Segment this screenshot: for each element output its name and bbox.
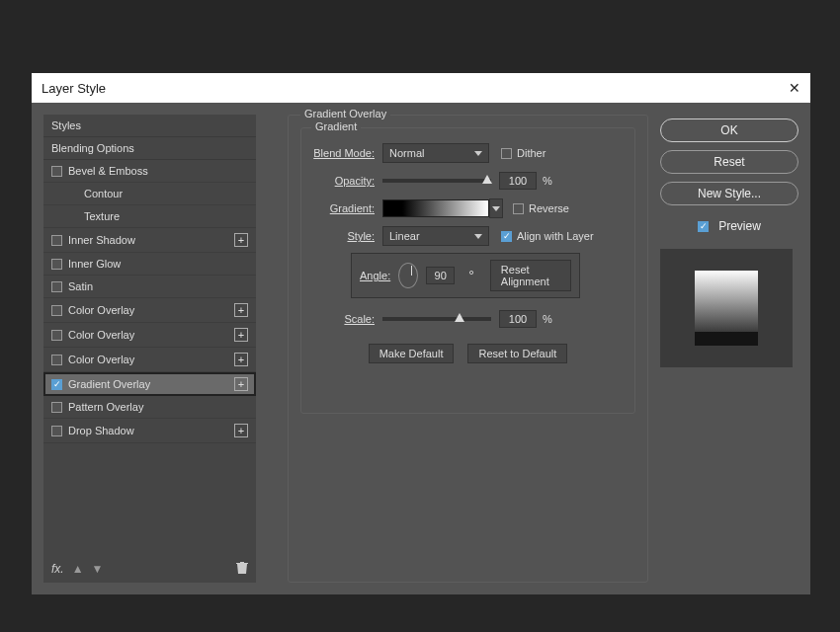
reset-button[interactable]: Reset <box>660 150 798 174</box>
style-item-color-overlay[interactable]: Color Overlay+ <box>43 298 256 323</box>
opacity-label: Opacity: <box>311 175 375 187</box>
group-title: Gradient Overlay <box>300 108 390 119</box>
style-item-label: Inner Shadow <box>68 234 135 246</box>
preview-box <box>660 249 793 367</box>
new-style-button[interactable]: New Style... <box>660 182 798 205</box>
style-item-drop-shadow[interactable]: Drop Shadow+ <box>43 419 256 443</box>
scale-row: Scale: 100 % <box>311 308 625 330</box>
actions-panel: OK Reset New Style... Preview <box>660 115 798 583</box>
align-label: Align with Layer <box>517 230 594 242</box>
style-checkbox[interactable] <box>51 355 62 365</box>
preview-checkbox[interactable] <box>698 221 709 232</box>
opacity-slider[interactable] <box>382 179 491 183</box>
add-effect-icon[interactable]: + <box>234 303 248 317</box>
style-checkbox[interactable] <box>51 235 62 246</box>
trash-icon[interactable] <box>236 561 248 578</box>
styles-list: Styles Blending Options Bevel & EmbossCo… <box>43 115 256 555</box>
style-item-label: Inner Glow <box>68 258 121 270</box>
inner-title: Gradient <box>311 120 361 132</box>
preview-label: Preview <box>718 219 761 233</box>
style-checkbox[interactable] <box>51 259 62 270</box>
style-item-gradient-overlay[interactable]: Gradient Overlay+ <box>43 372 256 396</box>
align-checkbox[interactable] <box>501 231 512 242</box>
style-checkbox[interactable] <box>51 281 62 292</box>
angle-unit: ° <box>468 268 474 283</box>
dither-checkbox[interactable] <box>501 148 512 159</box>
style-item-label: Color Overlay <box>68 304 134 316</box>
dither-label: Dither <box>517 147 546 159</box>
style-label: Style: <box>311 230 375 242</box>
make-default-button[interactable]: Make Default <box>369 344 455 363</box>
style-item-label: Gradient Overlay <box>68 378 150 390</box>
style-select[interactable]: Linear <box>382 226 489 246</box>
scale-value[interactable]: 100 <box>499 310 537 328</box>
style-checkbox[interactable] <box>51 305 62 316</box>
style-item-satin[interactable]: Satin <box>43 276 256 298</box>
style-item-label: Pattern Overlay <box>68 401 143 413</box>
style-item-label: Drop Shadow <box>68 425 134 436</box>
add-effect-icon[interactable]: + <box>234 328 248 342</box>
style-item-color-overlay[interactable]: Color Overlay+ <box>43 348 256 372</box>
gradient-dropdown-icon[interactable] <box>489 198 503 218</box>
add-effect-icon[interactable]: + <box>234 424 248 437</box>
style-item-texture[interactable]: Texture <box>43 205 256 228</box>
opacity-value[interactable]: 100 <box>499 172 537 190</box>
style-item-inner-glow[interactable]: Inner Glow <box>43 253 256 276</box>
add-effect-icon[interactable]: + <box>234 353 248 366</box>
reverse-label: Reverse <box>529 202 569 214</box>
fx-icon[interactable]: fx. <box>51 562 64 576</box>
gradient-label: Gradient: <box>311 202 375 214</box>
style-checkbox[interactable] <box>51 166 62 177</box>
add-effect-icon[interactable]: + <box>234 377 248 391</box>
style-item-label: Texture <box>84 210 120 222</box>
close-icon[interactable]: ✕ <box>789 80 800 96</box>
preview-swatch <box>695 271 758 346</box>
scale-unit: % <box>543 313 552 325</box>
style-item-label: Color Overlay <box>68 329 134 341</box>
settings-content: Blend Mode: Normal Dither Opacity: 100 % <box>301 128 634 373</box>
style-item-label: Satin <box>68 280 93 292</box>
reverse-checkbox[interactable] <box>513 203 524 214</box>
blend-mode-row: Blend Mode: Normal Dither <box>311 142 625 164</box>
blend-mode-label: Blend Mode: <box>311 147 375 159</box>
move-down-icon[interactable]: ▼ <box>92 562 104 576</box>
styles-panel: Styles Blending Options Bevel & EmbossCo… <box>43 115 256 583</box>
angle-value[interactable]: 90 <box>426 267 455 284</box>
angle-dial[interactable] <box>398 263 418 288</box>
reset-to-default-button[interactable]: Reset to Default <box>467 344 567 363</box>
gradient-group: Gradient Blend Mode: Normal Dither Opaci… <box>300 127 635 414</box>
style-item-bevel-emboss[interactable]: Bevel & Emboss <box>43 160 256 183</box>
style-item-label: Color Overlay <box>68 354 134 365</box>
opacity-unit: % <box>543 175 552 187</box>
settings-panel: Gradient Overlay Gradient Blend Mode: No… <box>268 115 648 583</box>
angle-label: Angle: <box>360 270 390 281</box>
add-effect-icon[interactable]: + <box>234 233 248 247</box>
style-item-contour[interactable]: Contour <box>43 183 256 205</box>
reset-alignment-button[interactable]: Reset Alignment <box>490 260 571 291</box>
angle-row: Angle: 90 ° Reset Alignment <box>351 253 580 298</box>
blending-options-header[interactable]: Blending Options <box>43 137 256 160</box>
layer-style-dialog: Layer Style ✕ Styles Blending Options Be… <box>32 73 810 594</box>
blend-mode-select[interactable]: Normal <box>382 143 489 163</box>
scale-label: Scale: <box>311 313 375 325</box>
styles-footer: fx. ▲ ▼ <box>43 555 256 583</box>
gradient-overlay-group: Gradient Overlay Gradient Blend Mode: No… <box>288 115 648 583</box>
style-row: Style: Linear Align with Layer <box>311 225 625 247</box>
style-checkbox[interactable] <box>51 426 62 436</box>
scale-slider[interactable] <box>382 317 491 321</box>
dialog-title: Layer Style <box>42 81 106 96</box>
gradient-row: Gradient: Reverse <box>311 198 625 219</box>
style-checkbox[interactable] <box>51 379 62 390</box>
gradient-swatch[interactable] <box>382 199 489 217</box>
style-item-inner-shadow[interactable]: Inner Shadow+ <box>43 228 256 253</box>
style-item-label: Bevel & Emboss <box>68 165 148 177</box>
style-item-pattern-overlay[interactable]: Pattern Overlay <box>43 396 256 419</box>
titlebar: Layer Style ✕ <box>32 73 810 103</box>
style-item-color-overlay[interactable]: Color Overlay+ <box>43 323 256 348</box>
defaults-row: Make Default Reset to Default <box>311 344 625 363</box>
ok-button[interactable]: OK <box>660 118 798 142</box>
style-checkbox[interactable] <box>51 330 62 341</box>
move-up-icon[interactable]: ▲ <box>72 562 84 576</box>
style-checkbox[interactable] <box>51 402 62 413</box>
styles-header[interactable]: Styles <box>43 115 256 137</box>
